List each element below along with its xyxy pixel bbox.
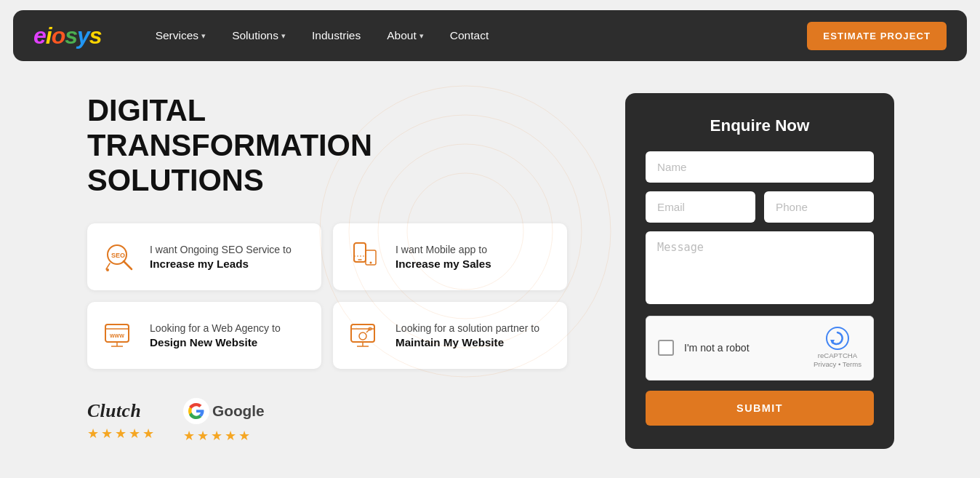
mobile-app-icon [346,238,384,276]
chevron-down-icon: ▾ [281,31,286,41]
clutch-logo: Clutch [87,400,141,422]
nav-links: Services ▾ Solutions ▾ Industries About … [145,23,808,48]
seo-icon: SEO [100,238,138,276]
svg-line-5 [124,261,132,269]
page-title: DIGITAL TRANSFORMATION SOLUTIONS [87,93,451,197]
recaptcha-label: I'm not a robot [684,342,803,354]
recaptcha-icon [826,327,849,350]
google-stars: ★ ★ ★ ★ ★ [183,429,250,444]
web-agency-icon: WWW [100,316,138,354]
message-input[interactable] [646,231,874,304]
svg-point-8 [106,268,109,271]
service-cards-grid: SEO I want Ongoing SEO Service to Increa… [87,223,567,369]
enquire-form-panel: Enquire Now I'm not a robot reCAPTCHA Pr… [625,93,894,449]
navbar: eiosys Services ▾ Solutions ▾ Industries… [13,10,967,61]
submit-button[interactable]: SUBMIT [646,391,874,426]
chevron-down-icon: ▾ [419,31,424,41]
phone-input[interactable] [764,191,874,223]
recaptcha-brand-text: reCAPTCHA Privacy • Terms [814,351,861,370]
service-card-maintain[interactable]: Looking for a solution partner to Mainta… [333,302,567,369]
clutch-stars: ★ ★ ★ ★ ★ [87,426,154,442]
google-g-icon [183,398,209,424]
recaptcha-checkbox[interactable] [658,340,674,356]
email-phone-row [646,191,874,223]
svg-point-21 [359,332,366,340]
svg-line-7 [106,263,110,269]
nav-services[interactable]: Services ▾ [145,23,217,48]
estimate-project-button[interactable]: ESTIMATE PROJECT [807,22,947,50]
recaptcha-widget[interactable]: I'm not a robot reCAPTCHA Privacy • Term… [646,316,874,381]
svg-rect-9 [354,243,366,262]
nav-contact[interactable]: Contact [440,23,499,48]
service-card-mobile[interactable]: I want Mobile app to Increase my Sales [333,223,567,290]
svg-text:WWW: WWW [110,333,124,338]
ratings-row: Clutch ★ ★ ★ ★ ★ [87,398,596,444]
google-rating: Google ★ ★ ★ ★ ★ [183,398,265,444]
chevron-down-icon: ▾ [201,31,206,41]
nav-industries[interactable]: Industries [302,23,371,48]
svg-text:SEO: SEO [111,252,125,259]
mobile-card-text: I want Mobile app to Increase my Sales [395,243,491,271]
svg-point-27 [827,327,848,349]
email-input[interactable] [646,191,755,223]
nav-about[interactable]: About ▾ [377,23,434,48]
form-title: Enquire Now [646,116,874,135]
name-input[interactable] [646,151,874,183]
svg-point-12 [370,262,372,264]
maintain-card-text: Looking for a solution partner to Mainta… [395,322,539,349]
main-content: DIGITAL TRANSFORMATION SOLUTIONS SEO I w… [0,71,980,463]
google-logo: Google [183,398,265,424]
maintain-icon [346,316,384,354]
logo[interactable]: eiosys [33,23,102,49]
service-card-seo[interactable]: SEO I want Ongoing SEO Service to Increa… [87,223,321,290]
service-card-web[interactable]: WWW Looking for a Web Agency to Design N… [87,302,321,369]
recaptcha-logo: reCAPTCHA Privacy • Terms [814,327,861,370]
seo-card-text: I want Ongoing SEO Service to Increase m… [150,243,292,271]
nav-solutions[interactable]: Solutions ▾ [222,23,296,48]
web-card-text: Looking for a Web Agency to Design New W… [150,322,281,349]
clutch-rating: Clutch ★ ★ ★ ★ ★ [87,400,154,442]
left-panel: DIGITAL TRANSFORMATION SOLUTIONS SEO I w… [87,93,596,449]
